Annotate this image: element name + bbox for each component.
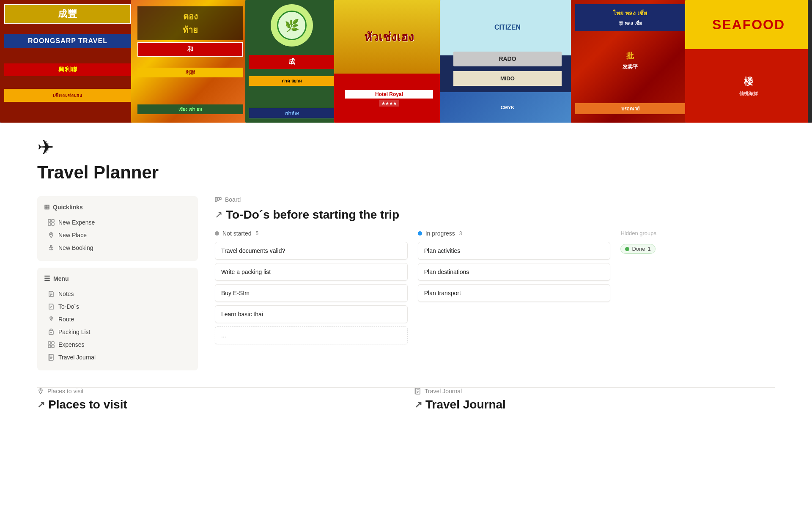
notes-label: Notes xyxy=(58,290,74,297)
kanban-card[interactable]: Buy E-SIm xyxy=(215,284,408,302)
pin-icon xyxy=(47,231,55,239)
places-title-arrow: ↗ xyxy=(37,399,45,410)
packing-icon xyxy=(47,328,55,336)
page-title: Travel Planner xyxy=(37,162,775,183)
journal-header-icon xyxy=(414,388,421,395)
places-section-title: ↗ Places to visit xyxy=(37,398,398,411)
places-header-label: Places to visit xyxy=(47,388,84,395)
svg-rect-3 xyxy=(52,223,54,225)
section-arrow-icon: ↗ xyxy=(215,209,222,220)
svg-rect-1 xyxy=(52,219,54,222)
svg-rect-17 xyxy=(52,345,54,348)
sidebar-item-packing[interactable]: Packing List xyxy=(44,326,191,338)
svg-rect-31 xyxy=(415,388,416,394)
places-header-icon xyxy=(37,388,44,395)
sidebar-item-new-place[interactable]: New Place xyxy=(44,229,191,241)
route-label: Route xyxy=(58,316,74,323)
kanban-card[interactable]: Plan transport xyxy=(418,284,611,302)
kanban-card-add[interactable]: ... xyxy=(215,326,408,344)
done-count: 1 xyxy=(648,246,651,252)
svg-point-5 xyxy=(50,245,52,247)
sidebar-item-todos[interactable]: To-Do´s xyxy=(44,300,191,313)
svg-rect-0 xyxy=(48,219,51,222)
svg-rect-2 xyxy=(48,223,51,225)
page-icon: ✈ xyxy=(37,135,775,159)
journal-section-title: ↗ Travel Journal xyxy=(414,398,775,411)
places-section-header: Places to visit xyxy=(37,388,398,395)
new-expense-label: New Expense xyxy=(58,219,95,226)
kanban-col-not-started: Not started 5 Travel documents valid? Wr… xyxy=(215,230,408,348)
quicklinks-section: ⊞ Quicklinks New Expense xyxy=(37,196,198,261)
svg-rect-15 xyxy=(52,342,54,344)
quicklinks-header: ⊞ Quicklinks xyxy=(44,203,191,211)
not-started-count: 5 xyxy=(255,230,258,236)
kanban-card[interactable]: Learn basic thai xyxy=(215,305,408,323)
board-label: Board xyxy=(225,196,241,203)
grid-icon xyxy=(47,219,55,226)
svg-rect-25 xyxy=(219,197,221,200)
svg-rect-16 xyxy=(48,345,51,348)
hero-banner: 成豐 ROONGSARP TRAVEL 興利聯 เชียงเช่งเฮง ตอง… xyxy=(0,0,812,123)
expenses-label: Expenses xyxy=(58,341,84,348)
board-icon xyxy=(215,196,222,203)
svg-point-26 xyxy=(40,390,41,391)
journal-section-header: Travel Journal xyxy=(414,388,775,395)
journal-title-arrow: ↗ xyxy=(414,399,422,410)
col-hidden-header: Hidden groups xyxy=(620,230,775,236)
todos-label: To-Do´s xyxy=(58,303,79,310)
bottom-sections: Places to visit ↗ Places to visit Travel… xyxy=(0,388,812,428)
menu-label: Menu xyxy=(53,275,69,282)
quicklinks-icon: ⊞ xyxy=(44,203,49,211)
journal-icon xyxy=(47,354,55,361)
sidebar-item-expenses[interactable]: Expenses xyxy=(44,338,191,351)
sidebar-item-notes[interactable]: Notes xyxy=(44,288,191,300)
expenses-icon xyxy=(47,341,55,348)
kanban-board: Not started 5 Travel documents valid? Wr… xyxy=(215,230,775,348)
done-badge[interactable]: Done 1 xyxy=(620,244,655,254)
kanban-card[interactable]: Plan activities xyxy=(418,242,611,260)
board-header: Board xyxy=(215,196,775,203)
svg-rect-22 xyxy=(48,354,49,360)
done-dot xyxy=(625,247,629,251)
main-content: ⊞ Quicklinks New Expense xyxy=(0,196,812,387)
svg-point-11 xyxy=(51,318,52,318)
sidebar-item-journal[interactable]: Travel Journal xyxy=(44,351,191,364)
col-in-progress-header: In progress 3 xyxy=(418,230,611,237)
svg-rect-14 xyxy=(48,342,51,344)
not-started-label: Not started xyxy=(222,230,251,237)
page-title-area: ✈ Travel Planner xyxy=(0,123,812,183)
todos-icon xyxy=(47,303,55,310)
new-booking-label: New Booking xyxy=(58,244,93,251)
sidebar-item-new-expense[interactable]: New Expense xyxy=(44,216,191,229)
places-section: Places to visit ↗ Places to visit xyxy=(37,388,398,411)
svg-point-4 xyxy=(51,234,52,235)
done-label: Done xyxy=(632,246,645,252)
kanban-card[interactable]: Travel documents valid? xyxy=(215,242,408,260)
kanban-col-hidden: Hidden groups Done 1 xyxy=(620,230,775,348)
journal-label: Travel Journal xyxy=(58,354,96,361)
sidebar-item-route[interactable]: Route xyxy=(44,313,191,326)
sidebar: ⊞ Quicklinks New Expense xyxy=(37,196,198,370)
in-progress-dot xyxy=(418,231,422,236)
svg-rect-24 xyxy=(217,197,219,200)
anchor-icon xyxy=(47,244,55,252)
not-started-dot xyxy=(215,231,219,236)
col-not-started-header: Not started 5 xyxy=(215,230,408,237)
menu-section: ☰ Menu Notes xyxy=(37,268,198,370)
packing-label: Packing List xyxy=(58,329,90,335)
journal-header-label: Travel Journal xyxy=(425,388,462,395)
notes-icon xyxy=(47,290,55,298)
kanban-card[interactable]: Plan destinations xyxy=(418,263,611,281)
board-section-title: To-Do´s before starting the trip xyxy=(226,208,399,222)
route-icon xyxy=(47,315,55,323)
kanban-card[interactable]: Write a packing list xyxy=(215,263,408,281)
sidebar-item-new-booking[interactable]: New Booking xyxy=(44,241,191,254)
quicklinks-label: Quicklinks xyxy=(53,204,83,211)
journal-title-text: Travel Journal xyxy=(425,398,506,411)
hidden-groups-label: Hidden groups xyxy=(620,230,656,236)
kanban-col-in-progress: In progress 3 Plan activities Plan desti… xyxy=(418,230,611,348)
in-progress-label: In progress xyxy=(425,230,455,237)
in-progress-count: 3 xyxy=(459,230,462,236)
menu-icon: ☰ xyxy=(44,274,50,282)
places-title-text: Places to visit xyxy=(48,398,127,411)
